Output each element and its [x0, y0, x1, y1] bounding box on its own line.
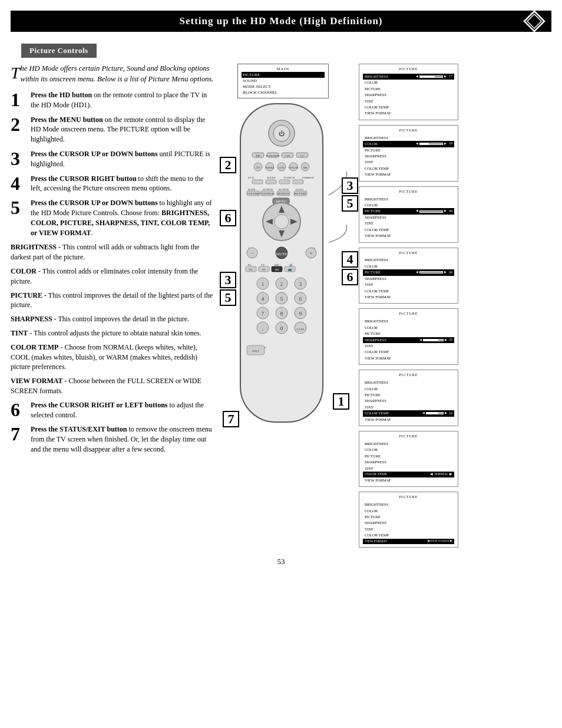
- svg-rect-28: [252, 180, 263, 184]
- tv-screen-color-temp-bar: PICTURE BRIGHTNESS COLOR PICTURE SHARPNE…: [359, 370, 458, 426]
- tv-screen-sharpness: PICTURE BRIGHTNESS COLOR PICTURE SHARPNE…: [359, 308, 458, 365]
- step-6-number: 6: [11, 400, 27, 419]
- menu-screen-title: MAIN: [242, 67, 325, 71]
- desc-view-format: VIEW FORMAT - Choose between the FULL SC…: [11, 376, 214, 396]
- svg-point-51: [275, 215, 289, 229]
- svg-text:PC: PC: [248, 263, 252, 266]
- step-6-text: Press the CURSOR RIGHT or LEFT buttons t…: [31, 400, 214, 420]
- svg-text:EVO: EVO: [248, 176, 254, 179]
- step-1-text: Press the HD button on the remote contro…: [31, 90, 214, 110]
- remote-container: MAIN PICTURE SOUND MODE SELECT BLOCK CHA…: [220, 64, 355, 548]
- svg-text:COLOR: COLOR: [289, 166, 299, 169]
- overlay-6: 6: [220, 210, 236, 226]
- left-column: T he HD Mode offers certain Picture, Sou…: [11, 64, 220, 548]
- page-title: Setting up the HD Mode (High Definition): [179, 15, 382, 27]
- svg-text:TV: TV: [262, 268, 266, 271]
- steps-container: 1 Press the HD button on the remote cont…: [11, 90, 214, 454]
- step-7-number: 7: [11, 424, 27, 443]
- svg-text:TV: TV: [256, 166, 260, 169]
- screen-4-title: PICTURE: [363, 251, 454, 256]
- svg-text:ACTIVE: ACTIVE: [262, 188, 273, 191]
- menu-row-sound: SOUND: [242, 78, 325, 84]
- screen-1-active-item: BRIGHTNESS ◀ ▶ 17: [363, 74, 454, 80]
- svg-text:MUTE: MUTE: [276, 252, 287, 256]
- screen-8-title: PICTURE: [363, 495, 454, 500]
- remote-svg: ⏻ PIP POSITION CH CC: [220, 101, 343, 431]
- svg-text:TSTRCH: TSTRCH: [283, 176, 295, 179]
- tv-screen-view-format: PICTURE BRIGHTNESS COLOR PICTURE SHARPNE…: [359, 492, 458, 548]
- svg-text:7: 7: [262, 311, 265, 317]
- svg-text:5: 5: [280, 296, 283, 302]
- svg-text:⏻: ⏻: [279, 130, 285, 137]
- svg-text:+: +: [309, 250, 313, 256]
- svg-text:6: 6: [299, 296, 302, 302]
- screen-6-active-item: COLOR TEMP ◀ ▶ 19: [363, 410, 454, 416]
- svg-text:PANEL: PANEL: [265, 166, 275, 169]
- screen-5-title: PICTURE: [363, 312, 454, 317]
- desc-sharpness: SHARPNESS - This control improves the de…: [11, 314, 214, 324]
- svg-text:LIST: LIST: [279, 166, 285, 169]
- screen-2-active-item: COLOR ◀ ▶ 10: [363, 141, 454, 147]
- svg-text:2: 2: [280, 281, 283, 287]
- svg-text:HD: HD: [275, 268, 279, 271]
- tv-screen-color-temp-normal: PICTURE BRIGHTNESS COLOR PICTURE SHARPNE…: [359, 431, 458, 487]
- step-7-text: Press the STATUS/EXIT button to remove t…: [31, 424, 214, 454]
- svg-text:BB: BB: [303, 166, 308, 169]
- step-3-number: 3: [11, 149, 27, 168]
- svg-text:CC: CC: [300, 154, 305, 157]
- page-header: Setting up the HD Mode (High Definition): [11, 11, 551, 32]
- screen-5-active-item: SHARPNESS ◀ ▶ 20: [363, 337, 454, 343]
- svg-text:3: 3: [299, 281, 302, 287]
- desc-brightness: BRIGHTNESS - This control will adds or s…: [11, 242, 214, 262]
- desc-color: COLOR - This control adds or eliminates …: [11, 266, 214, 286]
- svg-text:CONTROL: CONTROL: [260, 192, 275, 195]
- svg-text:RATE: RATE: [248, 188, 256, 191]
- step-1-number: 1: [11, 90, 27, 109]
- screens-column: PICTURE BRIGHTNESS ◀ ▶ 17 COLOR PICTURE …: [355, 64, 458, 548]
- desc-tint: TINT - This control adjusts the picture …: [11, 328, 214, 338]
- menu-row-block-channel: BLOCK CHANNEL: [242, 90, 325, 95]
- section-heading: Picture Controls: [21, 44, 97, 58]
- svg-text:PC: PC: [249, 268, 253, 271]
- desc-picture: PICTURE - This control improves the deta…: [11, 291, 214, 311]
- overlay-46: 4 6: [342, 251, 358, 285]
- overlay-1: 1: [333, 393, 349, 410]
- screen-7-title: PICTURE: [363, 434, 454, 439]
- screen-1-title: PICTURE: [363, 67, 454, 72]
- svg-rect-29: [266, 180, 276, 184]
- screen-4-active-item: PICTURE ◀ ▶ 00: [363, 269, 454, 275]
- svg-text:MOTION: MOTION: [277, 192, 289, 195]
- step-6: 6 Press the CURSOR RIGHT or LEFT buttons…: [11, 400, 214, 420]
- overlay-35-top: 3 5: [342, 177, 358, 212]
- screen-3-active-item: PICTURE ◀ ▶ 00: [363, 208, 454, 214]
- svg-text:TV: TV: [261, 263, 265, 266]
- screen-8-active-item: VIEW FORMAT ◀WIDE SCREEN▶: [363, 539, 454, 544]
- step-2: 2 Press the MENU button on the remote co…: [11, 115, 214, 144]
- screen-2-title: PICTURE: [363, 129, 454, 133]
- step-1: 1 Press the HD button on the remote cont…: [11, 90, 214, 110]
- svg-rect-31: [293, 180, 303, 184]
- svg-text:ACTIVE: ACTIVE: [278, 188, 289, 191]
- tv-screen-picture: PICTURE BRIGHTNESS COLOR PICTURE ◀ ▶ 00 …: [359, 186, 458, 243]
- step-4-text: Press the CURSOR RIGHT button to shift t…: [31, 174, 214, 194]
- svg-text:.: .: [262, 325, 263, 331]
- svg-text:AUTO: AUTO: [295, 188, 303, 191]
- step-5: 5 Press the CURSOR UP or DOWN buttons to…: [11, 198, 214, 238]
- menu-screen: MAIN PICTURE SOUND MODE SELECT BLOCK CHA…: [237, 64, 329, 98]
- svg-text:SLEEP: SLEEP: [267, 176, 276, 179]
- main-content: T he HD Mode offers certain Picture, Sou…: [11, 58, 551, 548]
- svg-rect-2: [240, 104, 323, 422]
- svg-text:8: 8: [280, 311, 283, 317]
- screen-7-active-item: COLOR TEMP ◀NORMAL▶: [363, 472, 454, 477]
- menu-row-picture: PICTURE: [242, 72, 325, 78]
- svg-text:1: 1: [262, 281, 265, 287]
- svg-text:EXIT: EXIT: [252, 350, 259, 353]
- menu-row-mode-select: MODE SELECT: [242, 84, 325, 90]
- svg-text:HD: HD: [275, 263, 279, 266]
- intro-text: T he HD Mode offers certain Picture, Sou…: [11, 64, 214, 84]
- dropcap: T: [11, 65, 20, 81]
- remote-wrapper: 2 3 5 6 4 6 3 5 1 7: [220, 101, 355, 433]
- page-number: 53: [277, 557, 285, 566]
- step-7: 7 Press the STATUS/EXIT button to remove…: [11, 424, 214, 454]
- step-5-text: Press the CURSOR UP or DOWN buttons to h…: [31, 198, 214, 238]
